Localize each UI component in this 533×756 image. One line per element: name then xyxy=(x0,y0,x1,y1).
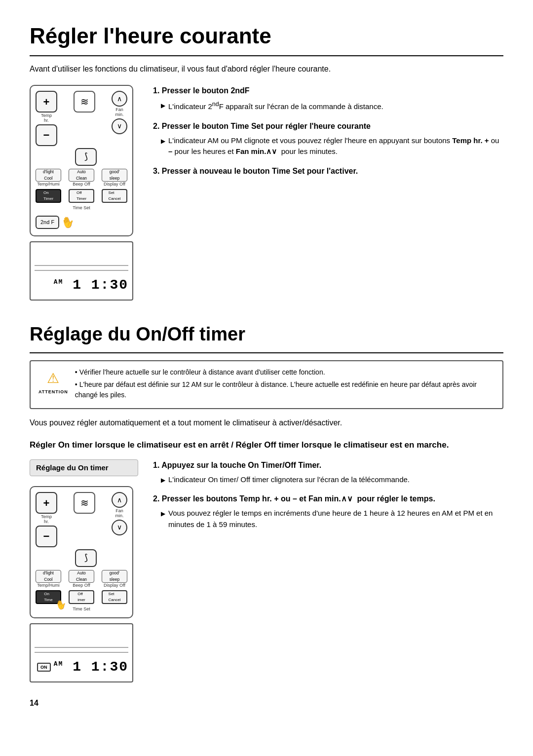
page-number: 14 xyxy=(30,697,503,709)
minus-icon: − xyxy=(43,127,50,143)
on-timer-btn[interactable]: OnTimer xyxy=(36,189,61,203)
good-sleep-label: good'sleep xyxy=(110,169,120,182)
fan-up-btn-2[interactable]: ∧ xyxy=(112,492,127,508)
step-1-title-text: Presser le bouton 2ndF xyxy=(162,86,250,95)
temp-humi-label: Temp/Humi xyxy=(37,182,60,187)
display-line-2 xyxy=(35,270,128,271)
remote-labels-row: d'lightCool Temp/Humi AutoClean Beep Off… xyxy=(36,169,127,187)
section1-layout: + Temphr. − ≋ ∧ Fanmin. xyxy=(30,85,503,301)
display-am-1: AM xyxy=(54,278,64,286)
attention-label: ATTENTION xyxy=(38,389,68,396)
beep-off-label-2: Beep Off xyxy=(73,583,90,588)
fan-down-btn[interactable]: ∨ xyxy=(112,118,127,134)
s2-step-2-text: Vous pouvez régler le temps en incrément… xyxy=(168,508,503,530)
on-indicator: ON xyxy=(37,663,51,672)
fan-up-btn[interactable]: ∧ xyxy=(112,91,127,107)
attention-icon-col: ⚠ ATTENTION xyxy=(38,367,68,396)
off-timer-btn[interactable]: OffTimer xyxy=(69,189,94,203)
dlight-cool-col: d'lightCool Temp/Humi xyxy=(36,169,61,187)
display-time-1: AM 1 1:30 xyxy=(35,275,128,296)
remote2-labels-row: d'lightCool Temp/Humi AutoClean Beep Off… xyxy=(36,570,127,588)
fan-min-label: Fanmin. xyxy=(115,108,123,117)
display-screen-1: AM 1 1:30 xyxy=(30,241,133,301)
temp-plus-btn-2[interactable]: + xyxy=(36,492,57,514)
off-timer-btn-2[interactable]: Offimer xyxy=(69,590,94,604)
temp-minus-btn-2[interactable]: − xyxy=(36,526,57,547)
set-cancel-btn[interactable]: SetCancel xyxy=(102,189,127,203)
display-line-4 xyxy=(35,652,128,653)
display-time-value-1: 1 1:30 xyxy=(73,277,128,293)
second-f-btn[interactable]: 2nd F xyxy=(36,216,59,229)
s2-step-1-title: 1. Appuyez sur la touche On Timer/Off Ti… xyxy=(153,459,503,471)
display-time-2: AM 1 1:30 xyxy=(54,657,128,678)
set-cancel-label: SetCancel xyxy=(109,190,121,202)
time-set-label-2: Time Set xyxy=(36,606,127,613)
step-1-point: L'indicateur 2ndF apparaît sur l'écran d… xyxy=(161,100,503,113)
section2-instructions: 1. Appuyez sur la touche On Timer/Off Ti… xyxy=(153,459,503,538)
good-sleep-btn[interactable]: good'sleep xyxy=(102,169,127,182)
step-3-title: 3. Presser à nouveau le bouton Time Set … xyxy=(153,165,503,177)
ontimer-label: Réglage du On timer xyxy=(30,459,138,477)
display-time-value-2: 1 1:30 xyxy=(73,659,128,675)
temp-minus-btn[interactable]: − xyxy=(36,124,57,146)
step-2-title: 2. Presser le bouton Time Set pour régle… xyxy=(153,120,503,132)
dlight-cool-label: d'lightCool xyxy=(43,169,54,182)
remote-group-1: + Temphr. − ≋ ∧ Fanmin. xyxy=(30,85,138,301)
set-cancel-btn-2[interactable]: SetCancel xyxy=(102,590,127,604)
remote2-middle-row: ⟆ xyxy=(36,549,127,567)
auto-clean-btn[interactable]: AutoClean xyxy=(69,169,94,182)
section1-title: Régler l'heure courante xyxy=(30,20,503,52)
beep-off-label: Beep Off xyxy=(73,182,90,187)
auto-clean-label: AutoClean xyxy=(76,169,87,182)
attention-content: • Vérifier l'heure actuelle sur le contr… xyxy=(75,367,495,402)
dlight-cool-btn[interactable]: d'lightCool xyxy=(36,169,61,182)
step-2: 2. Presser le bouton Time Set pour régle… xyxy=(153,120,503,157)
remote-top-row: + Temphr. − ≋ ∧ Fanmin. xyxy=(36,91,127,146)
step-1-point-text: L'indicateur 2ndF apparaît sur l'écran d… xyxy=(168,100,383,113)
display-lines xyxy=(35,265,128,271)
hand-icon: ✋ xyxy=(59,213,77,232)
fan-down-icon: ∨ xyxy=(117,121,122,131)
step-2-body: L'indicateur AM ou PM clignote et vous p… xyxy=(161,135,503,157)
s2-step-2-body: Vous pouvez régler le temps en incrément… xyxy=(161,508,503,530)
display-off-label-2: Display Off xyxy=(104,583,125,588)
display-am-2: AM xyxy=(54,660,64,668)
display-lines-2 xyxy=(35,647,128,653)
section1-instructions: 1. Presser le bouton 2ndF L'indicateur 2… xyxy=(153,85,503,185)
wave-icon: ⟆ xyxy=(84,150,88,163)
remote2-top-row: + Temphr. − ≋ ∧ Fanmin. ∨ xyxy=(36,492,127,547)
wave-btn-2[interactable]: ⟆ xyxy=(75,549,97,567)
display-off-label: Display Off xyxy=(104,182,125,187)
good-sleep-btn-2[interactable]: good'sleep xyxy=(102,570,127,583)
section2-intro: Vous pouvez régler automatiquement et a … xyxy=(30,417,503,429)
section2-subtitle: Régler On timer lorsque le climatiseur e… xyxy=(30,439,503,452)
auto-clean-col: AutoClean Beep Off xyxy=(69,169,94,187)
auto-clean-btn-2[interactable]: AutoClean xyxy=(69,570,94,583)
fan-down-btn-2[interactable]: ∨ xyxy=(112,520,127,535)
step-1: 1. Presser le bouton 2ndF L'indicateur 2… xyxy=(153,85,503,113)
good-sleep-col-2: good'sleep Display Off xyxy=(102,570,127,588)
attention-box: ⚠ ATTENTION • Vérifier l'heure actuelle … xyxy=(30,360,503,409)
temp-plus-btn[interactable]: + xyxy=(36,91,57,113)
section1-intro: Avant d'utiliser les fonctions du climat… xyxy=(30,63,503,75)
temp-hr-label-2: Temphr. xyxy=(41,515,52,525)
section1-divider xyxy=(30,55,503,56)
s2-step-2-title: 2. Presser les boutons Temp hr. + ou – e… xyxy=(153,493,503,505)
dlight-cool-btn-2[interactable]: d'lightCool xyxy=(36,570,61,583)
fan-icon-btn[interactable]: ≋ xyxy=(74,91,95,113)
attention-point-2: • L'heure par défaut est définie sur 12 … xyxy=(75,379,495,400)
remote-control-2: + Temphr. − ≋ ∧ Fanmin. ∨ ⟆ xyxy=(30,486,133,618)
on-timer-label: OnTimer xyxy=(43,190,53,202)
s2-step-1-body: L'indicateur On timer/ Off timer clignot… xyxy=(161,474,503,486)
fan-min-label-2: Fanmin. xyxy=(115,509,123,519)
second-f-row: 2nd F ✋ xyxy=(36,214,127,230)
second-f-label: 2nd F xyxy=(40,219,54,225)
fan-icon: ≋ xyxy=(80,94,89,109)
off-timer-label-2: Offimer xyxy=(77,591,85,603)
fan-icon-btn-2[interactable]: ≋ xyxy=(74,492,95,514)
display-line-3 xyxy=(35,647,128,648)
set-cancel-label-2: SetCancel xyxy=(109,591,121,603)
step-1-body: L'indicateur 2ndF apparaît sur l'écran d… xyxy=(161,100,503,113)
wave-btn[interactable]: ⟆ xyxy=(75,148,97,166)
plus-icon: + xyxy=(43,94,50,110)
